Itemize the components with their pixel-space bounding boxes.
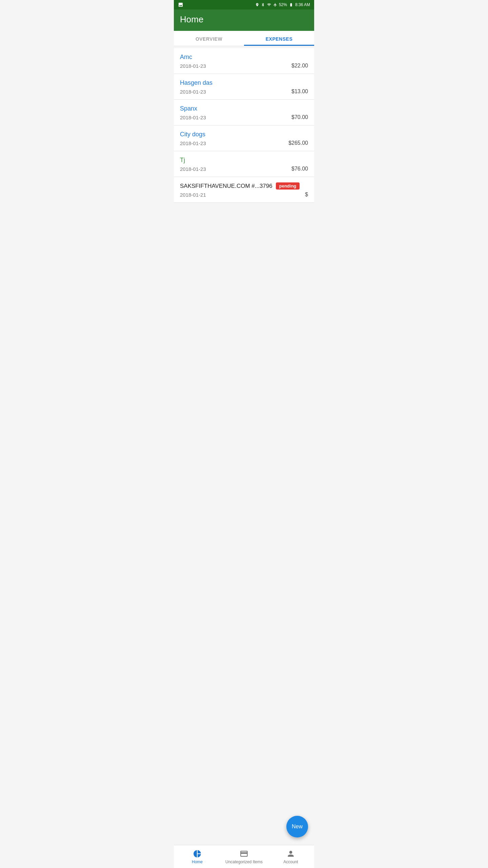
expense-list: Amc 2018-01-23 $22.00 Hasgen das 2018-01… <box>174 48 314 203</box>
expense-name-4: City dogs <box>180 131 308 138</box>
app-header: Home <box>174 9 314 31</box>
expense-item-5[interactable]: Tj 2018-01-23 $76.00 <box>174 151 314 177</box>
expense-item-3[interactable]: Spanx 2018-01-23 $70.00 <box>174 100 314 125</box>
expense-meta-4: 2018-01-23 $265.00 <box>180 140 308 146</box>
status-bar-right: 52% 8:36 AM <box>255 2 310 7</box>
battery-icon <box>289 3 293 7</box>
expense-meta-1: 2018-01-23 $22.00 <box>180 63 308 69</box>
tabs-container: OVERVIEW EXPENSES <box>174 31 314 46</box>
expense-item-4[interactable]: City dogs 2018-01-23 $265.00 <box>174 125 314 151</box>
wifi-icon <box>267 3 271 7</box>
expense-item-2[interactable]: Hasgen das 2018-01-23 $13.00 <box>174 74 314 100</box>
expense-amount-1: $22.00 <box>291 63 308 69</box>
tab-overview[interactable]: OVERVIEW <box>174 31 244 46</box>
status-bar: 52% 8:36 AM <box>174 0 314 9</box>
status-bar-left <box>178 2 183 7</box>
expense-meta-3: 2018-01-23 $70.00 <box>180 114 308 120</box>
expense-name-2: Hasgen das <box>180 79 308 86</box>
expense-date-3: 2018-01-23 <box>180 115 206 120</box>
expense-item-1[interactable]: Amc 2018-01-23 $22.00 <box>174 48 314 74</box>
expense-amount-6: $ <box>305 192 308 198</box>
location-icon <box>255 3 259 7</box>
expense-name-1: Amc <box>180 54 308 61</box>
expense-date-1: 2018-01-23 <box>180 63 206 69</box>
airplane-icon <box>273 3 277 7</box>
expense-date-5: 2018-01-23 <box>180 166 206 172</box>
expense-name-5: Tj <box>180 157 308 164</box>
bluetooth-icon <box>261 3 265 7</box>
expense-name-6: SAKSFIFTHAVENUE.COM #...3796 <box>180 183 272 190</box>
pending-badge: pending <box>276 182 300 190</box>
expense-meta-2: 2018-01-23 $13.00 <box>180 88 308 95</box>
tab-expenses[interactable]: EXPENSES <box>244 31 314 46</box>
expense-meta-5: 2018-01-23 $76.00 <box>180 166 308 172</box>
expense-amount-2: $13.00 <box>291 88 308 95</box>
expense-date-6: 2018-01-21 <box>180 192 206 198</box>
expense-date-4: 2018-01-23 <box>180 140 206 146</box>
expense-meta-6: 2018-01-21 $ <box>180 192 308 198</box>
expense-item-6[interactable]: SAKSFIFTHAVENUE.COM #...3796 pending 201… <box>174 177 314 203</box>
page-title: Home <box>180 14 308 25</box>
expense-amount-3: $70.00 <box>291 114 308 120</box>
battery-percent: 52% <box>279 2 287 7</box>
expense-name-row-6: SAKSFIFTHAVENUE.COM #...3796 pending <box>180 182 308 190</box>
expense-amount-4: $265.00 <box>288 140 308 146</box>
expense-amount-5: $76.00 <box>291 166 308 172</box>
expense-date-2: 2018-01-23 <box>180 89 206 95</box>
expense-name-3: Spanx <box>180 105 308 112</box>
time: 8:36 AM <box>295 2 310 7</box>
photo-icon <box>178 2 183 7</box>
